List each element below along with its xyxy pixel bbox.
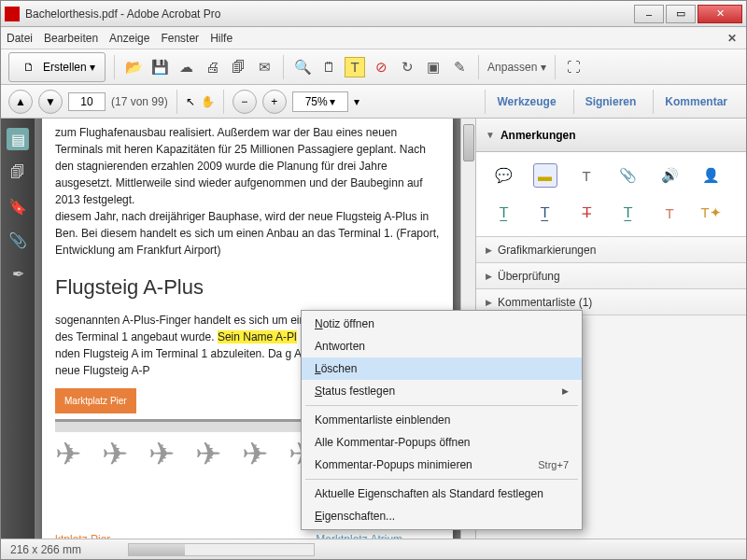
stamp-tool-icon[interactable]: 👤 xyxy=(699,163,724,188)
strikethrough-icon[interactable]: T̶ xyxy=(574,201,599,225)
body-text: zum Flughafenausbau realisiert. Außerdem… xyxy=(55,124,440,208)
menu-delete[interactable]: Löschen xyxy=(302,357,582,380)
menu-file[interactable]: Datei xyxy=(7,32,33,45)
menu-open-note[interactable]: Notiz öffnen xyxy=(302,313,582,335)
select-tool-icon[interactable]: ↖ xyxy=(186,95,195,108)
diagram-label: Marktplatz Pier xyxy=(55,388,136,413)
diagram-label: Marktplatz Atrium xyxy=(316,531,402,539)
highlight-tool-icon[interactable]: ▬ xyxy=(533,163,557,188)
statusbar: 216 x 266 mm xyxy=(1,539,746,559)
menu-edit[interactable]: Bearbeiten xyxy=(44,32,98,45)
menu-window[interactable]: Fenster xyxy=(161,32,199,45)
menu-set-status[interactable]: Status festlegen▶ xyxy=(302,380,582,402)
collapse-icon: ▼ xyxy=(486,130,495,140)
body-text: diesem Jahr, nach dreijähriger Bauphase,… xyxy=(55,208,440,259)
close-doc-button[interactable]: ✕ xyxy=(727,32,737,45)
comment-tab[interactable]: Kommentar xyxy=(653,90,739,114)
scroll-thumb[interactable] xyxy=(129,544,185,555)
chevron-down-icon: ▾ xyxy=(330,95,335,108)
form-icon[interactable]: ✎ xyxy=(449,57,470,77)
underline-icon[interactable]: T̲ xyxy=(616,201,641,225)
sign-tab[interactable]: Signieren xyxy=(573,90,648,114)
menu-properties[interactable]: Eigenschaften... xyxy=(302,505,582,527)
maximize-button[interactable]: ▭ xyxy=(666,5,696,23)
replace-text-icon[interactable]: T̲ xyxy=(533,201,557,225)
left-tool-strip: ▤ 🗐 🔖 📎 ✒ xyxy=(1,119,35,539)
menu-open-popups[interactable]: Alle Kommentar-Popups öffnen xyxy=(302,431,582,454)
page-input[interactable] xyxy=(68,92,106,111)
search-doc-icon[interactable]: 🔍 xyxy=(292,57,313,77)
menu-separator xyxy=(305,405,578,406)
zoom-drop-icon[interactable]: ▾ xyxy=(354,95,359,108)
menu-show-list[interactable]: Kommentarliste einblenden xyxy=(302,409,582,431)
open-icon[interactable]: 📂 xyxy=(123,57,144,77)
titlebar: Bachelorthesis.pdf - Adobe Acrobat Pro –… xyxy=(1,1,746,27)
context-menu: Notiz öffnen Antworten Löschen Status fe… xyxy=(301,310,583,530)
tools-tab[interactable]: Werkzeuge xyxy=(485,90,567,114)
create-label: Erstellen ▾ xyxy=(43,61,95,74)
plane-icon: ✈ xyxy=(55,438,92,475)
print-icon[interactable]: 🖨 xyxy=(202,57,222,77)
plane-icon: ✈ xyxy=(148,438,186,475)
minimize-button[interactable]: – xyxy=(634,5,664,23)
mail-icon[interactable]: ✉ xyxy=(254,57,275,77)
attachments-icon[interactable]: 📎 xyxy=(7,229,29,251)
diagram-label: ktplatz Pier xyxy=(55,531,110,539)
window-controls: – ▭ ✕ xyxy=(634,5,742,23)
callout-icon[interactable]: T✦ xyxy=(699,201,724,225)
signatures-icon[interactable]: ✒ xyxy=(7,262,29,285)
edit-text-icon[interactable]: 🗒 xyxy=(318,57,339,77)
annotations-label: Anmerkungen xyxy=(500,129,576,142)
menu-help[interactable]: Hilfe xyxy=(210,32,233,45)
text-box-icon[interactable]: T xyxy=(657,201,682,225)
menu-view[interactable]: Anzeige xyxy=(109,32,149,45)
fullscreen-icon[interactable]: ⛶ xyxy=(564,57,585,77)
bookmarks-icon[interactable]: 🔖 xyxy=(7,195,29,217)
zoom-select[interactable]: 75% ▾ xyxy=(292,91,348,112)
menu-set-default[interactable]: Aktuelle Eigenschaften als Standard fest… xyxy=(302,483,582,505)
plane-icon: ✈ xyxy=(242,438,279,475)
highlight-tool-icon[interactable]: T xyxy=(345,57,365,77)
heading: Flugsteig A-Plus xyxy=(55,272,440,302)
rotate-icon[interactable]: ↻ xyxy=(397,57,417,77)
hand-tool-icon[interactable]: ✋ xyxy=(201,95,215,108)
navbar: ▲ ▼ (17 von 99) ↖ ✋ − + 75% ▾ ▾ Werkzeug… xyxy=(1,85,746,119)
attach-tool-icon[interactable]: 📎 xyxy=(616,163,641,188)
menu-reply[interactable]: Antworten xyxy=(302,335,582,357)
horizontal-scrollbar[interactable] xyxy=(128,543,315,556)
annotation-tools: 💬 ▬ T 📎 🔊 👤 T̲ T̲ T̶ T̲ T T✦ xyxy=(476,152,746,237)
page-count: (17 von 99) xyxy=(111,95,168,108)
highlighted-text[interactable]: Sein Name A-Pl xyxy=(218,330,297,343)
save-icon[interactable]: 💾 xyxy=(149,57,170,77)
delete-icon[interactable]: ⊘ xyxy=(371,57,391,77)
shortcut-label: Strg+7 xyxy=(538,459,569,470)
review-section[interactable]: ▶Überprüfung xyxy=(476,263,746,289)
zoom-in-button[interactable]: + xyxy=(262,90,287,114)
page-dimensions: 216 x 266 mm xyxy=(10,543,81,556)
zoom-out-button[interactable]: − xyxy=(233,90,257,114)
customize-button[interactable]: Anpassen ▾ xyxy=(487,61,546,74)
audio-tool-icon[interactable]: 🔊 xyxy=(657,163,682,188)
close-button[interactable]: ✕ xyxy=(698,5,742,23)
acrobat-icon xyxy=(5,7,20,21)
insert-text-icon[interactable]: T̲ xyxy=(491,201,515,225)
scroll-thumb[interactable] xyxy=(463,124,474,161)
page-down-button[interactable]: ▼ xyxy=(38,90,63,114)
graphics-section[interactable]: ▶Grafikmarkierungen xyxy=(476,237,746,263)
diagram-labels: ktplatz Pier Marktplatz Atrium xyxy=(55,531,440,539)
window-title: Bachelorthesis.pdf - Adobe Acrobat Pro xyxy=(25,7,634,21)
menu-minimize-popups[interactable]: Kommentar-Popups minimierenStrg+7 xyxy=(302,454,582,476)
sticky-note-tool-icon[interactable]: 💬 xyxy=(491,163,515,188)
thumbnails-icon[interactable]: ▤ xyxy=(7,128,29,150)
create-icon: 🗋 xyxy=(19,57,39,77)
text-tool-icon[interactable]: T xyxy=(574,163,599,188)
crop-icon[interactable]: ▣ xyxy=(423,57,444,77)
plane-icon: ✈ xyxy=(102,438,139,475)
annotations-header[interactable]: ▼ Anmerkungen xyxy=(476,119,746,152)
pages-icon[interactable]: 🗐 xyxy=(7,161,29,184)
page-icon[interactable]: 🗐 xyxy=(228,57,248,77)
page-up-button[interactable]: ▲ xyxy=(8,90,33,114)
toolbar: 🗋 Erstellen ▾ 📂 💾 ☁ 🖨 🗐 ✉ 🔍 🗒 T ⊘ ↻ ▣ ✎ … xyxy=(1,49,746,85)
create-button[interactable]: 🗋 Erstellen ▾ xyxy=(8,52,106,82)
cloud-icon[interactable]: ☁ xyxy=(176,57,196,77)
